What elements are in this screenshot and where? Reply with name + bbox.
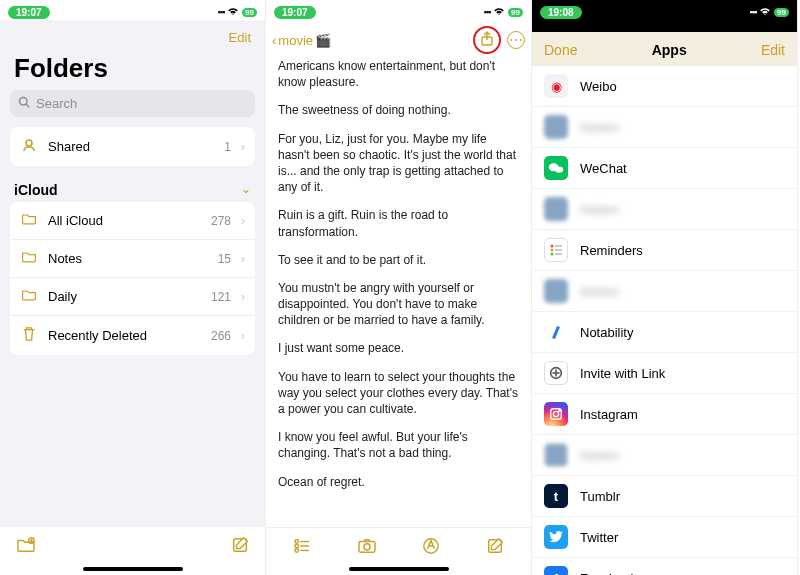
share-button[interactable]	[480, 31, 494, 50]
back-label: movie	[278, 33, 313, 48]
folder-count: 15	[218, 252, 231, 266]
app-row-tumblr[interactable]: tTumblr	[532, 476, 797, 517]
edit-button[interactable]: Edit	[10, 20, 255, 51]
apps-list[interactable]: ◉WeibohiddenWeChathiddenRemindershiddenN…	[532, 66, 797, 575]
note-paragraph: Ocean of regret.	[278, 474, 519, 490]
svg-point-19	[555, 166, 563, 172]
app-label: hidden	[580, 120, 619, 135]
back-button[interactable]: ‹ movie 🎬	[272, 33, 331, 48]
app-row-notability[interactable]: Notability	[532, 312, 797, 353]
folder-row[interactable]: Notes15›	[10, 239, 255, 277]
note-body: ‹ movie 🎬 ⋯ Americans know entertainment…	[266, 20, 531, 527]
app-row-instagram[interactable]: Instagram	[532, 394, 797, 435]
trash-icon	[20, 326, 38, 345]
markup-button[interactable]	[422, 537, 440, 559]
phone-3-apps: 19:08 ▪▪▪ 99 Done Apps Edit ◉Weibohidden…	[532, 0, 798, 575]
svg-point-10	[295, 544, 299, 548]
svg-rect-25	[555, 253, 562, 255]
new-folder-button[interactable]	[16, 537, 36, 557]
chevron-right-icon: ›	[241, 214, 245, 228]
folder-count: 266	[211, 329, 231, 343]
chevron-left-icon: ‹	[272, 33, 276, 48]
folder-icon	[20, 212, 38, 229]
camera-button[interactable]	[357, 538, 377, 558]
icloud-section-header[interactable]: iCloud ⌄	[10, 176, 255, 202]
note-paragraph: You mustn't be angry with yourself or di…	[278, 280, 519, 329]
search-placeholder: Search	[36, 96, 77, 111]
edit-button[interactable]: Edit	[761, 42, 785, 58]
svg-rect-24	[555, 249, 562, 251]
shared-label: Shared	[48, 139, 214, 154]
status-bar: 19:07 ▪▪▪ 99	[0, 0, 265, 20]
status-icons: ▪▪▪ 99	[484, 6, 523, 18]
app-row-blur[interactable]: hidden	[532, 107, 797, 148]
chevron-down-icon: ⌄	[241, 182, 251, 198]
shared-icon	[20, 137, 38, 156]
notability-icon	[544, 320, 568, 344]
more-button[interactable]: ⋯	[507, 31, 525, 49]
svg-point-15	[364, 543, 370, 549]
instagram-icon	[544, 402, 568, 426]
wechat-icon	[544, 156, 568, 180]
note-paragraph: Ruin is a gift. Ruin is the road to tran…	[278, 207, 519, 239]
home-indicator	[349, 567, 449, 571]
checklist-button[interactable]	[293, 538, 311, 558]
app-row-blur[interactable]: hidden	[532, 189, 797, 230]
note-content[interactable]: Americans know entertainment, but don't …	[266, 58, 531, 527]
app-label: Weibo	[580, 79, 617, 94]
app-row-unknown[interactable]: hidden	[532, 435, 797, 476]
app-row-weibo[interactable]: ◉Weibo	[532, 66, 797, 107]
battery-icon: 99	[242, 8, 257, 17]
signal-icon: ▪▪▪	[484, 7, 491, 17]
app-row-reminders[interactable]: Reminders	[532, 230, 797, 271]
note-paragraph: I know you feel awful. But your life's c…	[278, 429, 519, 461]
note-nav: ‹ movie 🎬 ⋯	[266, 20, 531, 58]
folder-row[interactable]: All iCloud278›	[10, 202, 255, 239]
folder-row[interactable]: Daily121›	[10, 277, 255, 315]
wifi-icon	[493, 6, 505, 18]
apps-header: Done Apps Edit	[532, 32, 797, 66]
folder-label: Notes	[48, 251, 208, 266]
app-row-invite[interactable]: Invite with Link	[532, 353, 797, 394]
status-bar: 19:07 ▪▪▪ 99	[266, 0, 531, 20]
svg-point-20	[551, 245, 554, 248]
blurred-app-icon	[544, 115, 568, 139]
app-row-blur[interactable]: hidden	[532, 271, 797, 312]
search-input[interactable]: Search	[10, 90, 255, 117]
app-label: Twitter	[580, 530, 618, 545]
apps-title: Apps	[652, 42, 687, 58]
svg-point-0	[20, 98, 28, 106]
compose-button[interactable]	[231, 536, 249, 558]
status-icons: ▪▪▪ 99	[218, 6, 257, 18]
svg-point-31	[559, 410, 560, 411]
folder-row[interactable]: Recently Deleted266›	[10, 315, 255, 355]
status-icons: ▪▪▪ 99	[750, 6, 789, 18]
compose-button[interactable]	[486, 537, 504, 559]
chevron-right-icon: ›	[241, 329, 245, 343]
battery-icon: 99	[774, 8, 789, 17]
app-row-twitter[interactable]: Twitter	[532, 517, 797, 558]
facebook-icon: f	[544, 566, 568, 575]
blurred-app-icon	[544, 197, 568, 221]
bottom-toolbar	[0, 527, 265, 567]
svg-point-2	[26, 140, 32, 146]
chevron-right-icon: ›	[241, 140, 245, 154]
note-paragraph: For you, Liz, just for you. Maybe my lif…	[278, 131, 519, 196]
done-button[interactable]: Done	[544, 42, 577, 58]
folders-body: Edit Folders Search Shared 1 › iCloud ⌄ …	[0, 20, 265, 527]
app-row-facebook[interactable]: fFacebook	[532, 558, 797, 575]
wifi-icon	[759, 6, 771, 18]
search-icon	[18, 96, 30, 111]
app-label: hidden	[580, 202, 619, 217]
reminders-icon	[544, 238, 568, 262]
weibo-icon: ◉	[544, 74, 568, 98]
app-label: Reminders	[580, 243, 643, 258]
unknown-app-icon	[544, 443, 568, 467]
app-row-wechat[interactable]: WeChat	[532, 148, 797, 189]
folder-label: Recently Deleted	[48, 328, 201, 343]
app-label: Facebook	[580, 571, 637, 576]
section-title: iCloud	[14, 182, 58, 198]
signal-icon: ▪▪▪	[750, 7, 757, 17]
folder-label: All iCloud	[48, 213, 201, 228]
shared-row[interactable]: Shared 1 ›	[10, 127, 255, 166]
